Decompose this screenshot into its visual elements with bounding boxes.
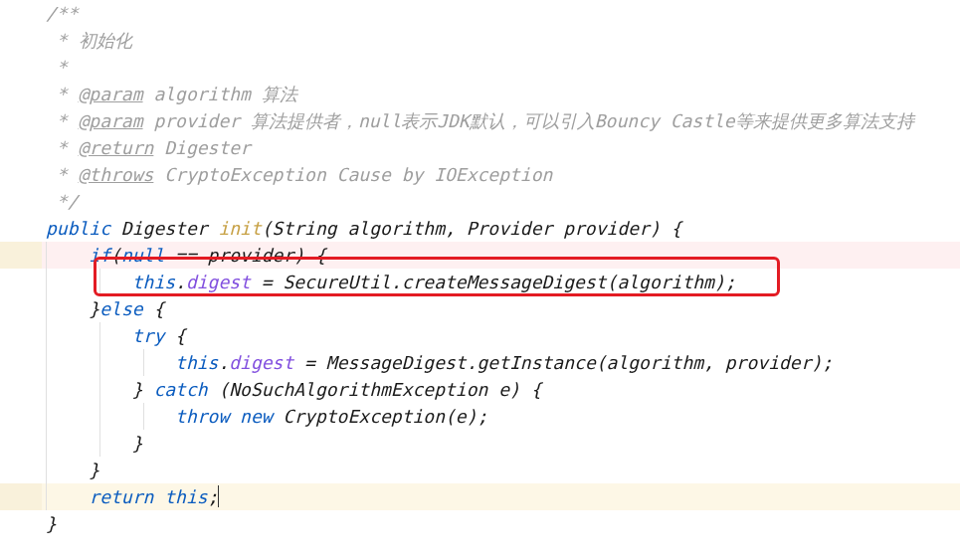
javadoc-open: /** bbox=[0, 0, 960, 27]
javadoc-blank: * bbox=[0, 54, 960, 81]
throw-line: throw new CryptoException(e); bbox=[0, 403, 960, 430]
javadoc-throws: * @throws CryptoException Cause by IOExc… bbox=[0, 161, 960, 188]
close-else: } bbox=[0, 457, 960, 483]
javadoc-param-tag: @param bbox=[79, 110, 143, 131]
method-name: init bbox=[218, 218, 261, 239]
code-editor[interactable]: /** * 初始化 * * @param algorithm 算法 * @par… bbox=[0, 0, 960, 537]
try-line: try { bbox=[0, 322, 960, 349]
method-signature: public Digester init(String algorithm, P… bbox=[0, 215, 960, 242]
catch-line: } catch (NoSuchAlgorithmException e) { bbox=[0, 376, 960, 403]
javadoc-param-provider: * @param provider 算法提供者，null表示JDK默认，可以引入… bbox=[0, 107, 960, 134]
return-line: return this; bbox=[0, 483, 960, 510]
javadoc-throws-tag: @throws bbox=[79, 164, 154, 185]
assign-digest-secureutil: this.digest = SecureUtil.createMessageDi… bbox=[0, 269, 960, 295]
if-line: if(null == provider) { bbox=[0, 242, 960, 269]
javadoc-param-algorithm: * @param algorithm 算法 bbox=[0, 81, 960, 107]
close-try: } bbox=[0, 430, 960, 457]
javadoc-return: * @return Digester bbox=[0, 134, 960, 161]
else-line: }else { bbox=[0, 295, 960, 322]
javadoc-close: */ bbox=[0, 188, 960, 215]
javadoc-return-tag: @return bbox=[79, 137, 154, 158]
text-caret bbox=[218, 485, 219, 507]
assign-digest-messagedigest: this.digest = MessageDigest.getInstance(… bbox=[0, 349, 960, 376]
close-method: } bbox=[0, 510, 960, 537]
javadoc-param-tag: @param bbox=[79, 84, 143, 104]
javadoc-desc: * 初始化 bbox=[0, 27, 960, 54]
